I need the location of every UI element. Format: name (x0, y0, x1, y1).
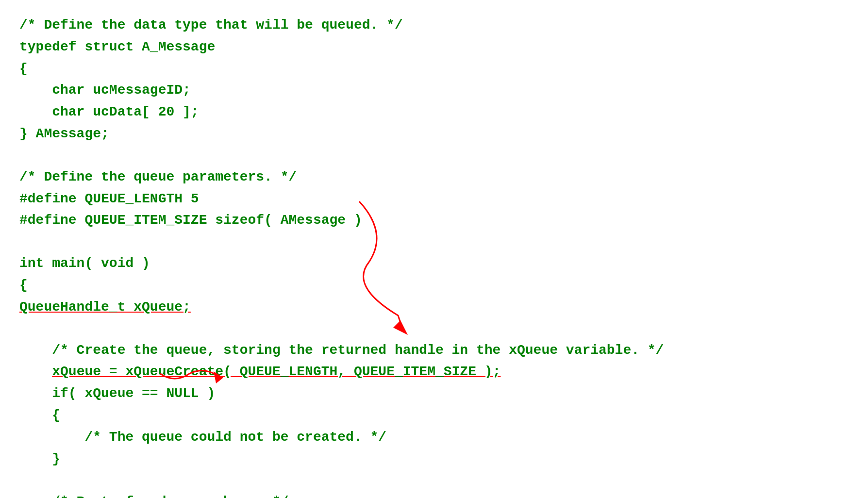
code-line-10: #define QUEUE_ITEM_SIZE sizeof( AMessage… (19, 210, 849, 232)
code-line-1: /* Define the data type that will be que… (19, 15, 849, 36)
code-line-20: /* The queue could not be created. */ (19, 427, 849, 448)
code-line-6: } AMessage; (19, 123, 849, 145)
code-line-8: /* Define the queue parameters. */ (19, 166, 849, 188)
code-line-14: QueueHandle_t xQueue; (19, 297, 849, 318)
code-container: /* Define the data type that will be que… (0, 0, 868, 498)
code-line-3: { (19, 58, 849, 80)
underlined-text-xqueuecreate: xQueue = xQueueCreate( QUEUE_LENGTH, QUE… (52, 364, 501, 379)
underlined-text-queuehandle: QueueHandle_t xQueue; (19, 299, 191, 315)
code-line-17: xQueue = xQueueCreate( QUEUE_LENGTH, QUE… (19, 361, 849, 383)
code-line-21: } (19, 448, 849, 470)
code-line-22 (19, 470, 849, 491)
code-line-16: /* Create the queue, storing the returne… (19, 340, 849, 362)
code-line-11 (19, 232, 849, 253)
code-line-4: char ucMessageID; (19, 80, 849, 101)
code-line-5: char ucData[ 20 ]; (19, 101, 849, 123)
code-line-13: { (19, 275, 849, 297)
code-line-12: int main( void ) (19, 253, 849, 275)
code-line-7 (19, 145, 849, 166)
code-line-18: if( xQueue == NULL ) (19, 383, 849, 405)
code-line-23: /* Rest of code goes here. */ (19, 491, 849, 498)
code-line-2: typedef struct A_Message (19, 36, 849, 58)
code-line-19: { (19, 405, 849, 427)
code-line-9: #define QUEUE_LENGTH 5 (19, 188, 849, 210)
code-line-15 (19, 318, 849, 340)
